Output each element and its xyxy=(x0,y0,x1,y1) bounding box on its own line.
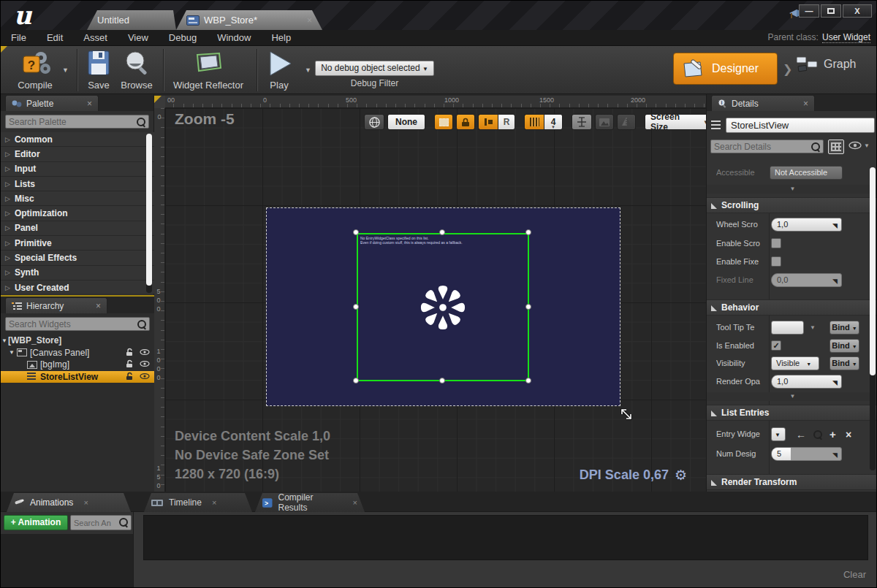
palette-category-editor[interactable]: ▷Editor xyxy=(1,147,154,161)
close-icon[interactable]: × xyxy=(80,99,92,109)
tree-row-bgimg[interactable]: [bgImg] xyxy=(1,359,154,371)
visibility-bind-button[interactable]: Bind ▼ xyxy=(829,356,859,370)
transform-mode-button[interactable] xyxy=(572,114,592,130)
browse-to-icon[interactable] xyxy=(813,429,822,439)
expand-icon[interactable]: ▷ xyxy=(5,150,10,158)
menu-help[interactable]: Help xyxy=(261,32,301,43)
resize-handle-s[interactable] xyxy=(439,378,445,383)
menu-asset[interactable]: Asset xyxy=(73,32,118,43)
close-icon[interactable]: × xyxy=(88,301,101,311)
expand-icon[interactable]: ▷ xyxy=(5,240,10,247)
designer-canvas[interactable]: 00 0 500 1000 1500 2000 0 500 1000 150 Z… xyxy=(154,94,706,492)
expand-icon[interactable]: ▷ xyxy=(5,224,10,232)
unlocked-icon[interactable] xyxy=(125,359,134,368)
expand-icon[interactable]: ▷ xyxy=(5,269,10,276)
animations-tab[interactable]: Animations × xyxy=(7,493,131,512)
compile-button[interactable]: ? Compile xyxy=(10,49,61,91)
compiler-results-tab[interactable]: > Compiler Results × xyxy=(255,493,365,512)
maximize-button[interactable] xyxy=(821,4,841,18)
visibility-eye-icon[interactable] xyxy=(140,348,150,356)
palette-category-synth[interactable]: ▷Synth xyxy=(1,266,154,280)
palette-tab[interactable]: Palette × xyxy=(5,95,99,111)
close-icon[interactable]: × xyxy=(353,498,357,507)
compile-options-caret-icon[interactable]: ▼ xyxy=(62,66,69,74)
tree-row-canvas-panel[interactable]: ▼ [Canvas Panel] xyxy=(1,347,154,359)
play-button[interactable]: Play xyxy=(261,49,297,91)
asset-tab-untitled[interactable]: Untitled xyxy=(87,10,176,30)
hierarchy-tab[interactable]: Hierarchy × xyxy=(5,297,107,313)
details-tab[interactable]: i Details × xyxy=(711,95,815,111)
palette-category-common[interactable]: ▷Common xyxy=(1,132,154,147)
widget-reflector-button[interactable]: Widget Reflector xyxy=(170,49,246,91)
menu-window[interactable]: Window xyxy=(207,32,261,43)
resize-handle-nw[interactable] xyxy=(353,229,359,235)
is-enabled-checkbox[interactable]: ✓ xyxy=(771,340,781,351)
entry-widget-class-dropdown[interactable]: ▼ xyxy=(771,427,786,441)
respect-locks-toggle[interactable]: R xyxy=(498,114,515,130)
is-enabled-bind-button[interactable]: Bind ▼ xyxy=(829,339,859,353)
hierarchy-search-input[interactable] xyxy=(9,318,133,330)
save-button[interactable]: Save xyxy=(83,49,115,91)
chevron-down-icon[interactable]: ▼ xyxy=(864,142,870,149)
resize-handle-n[interactable] xyxy=(439,229,445,235)
animation-search-input[interactable] xyxy=(74,516,116,529)
expand-icon[interactable]: ▷ xyxy=(5,284,10,291)
num-designer-input[interactable]: 5 ◥ xyxy=(771,447,842,461)
localization-preview-button[interactable] xyxy=(364,114,384,130)
expand-icon[interactable]: ▷ xyxy=(5,180,10,188)
expand-icon[interactable]: ▷ xyxy=(5,136,10,143)
snap-widget-toggle[interactable] xyxy=(478,114,498,130)
section-render-transform[interactable]: Render Transform xyxy=(707,474,877,490)
close-icon[interactable]: × xyxy=(212,498,216,507)
expand-icon[interactable]: ▷ xyxy=(5,254,10,261)
category-expander[interactable]: ▼ xyxy=(707,392,877,401)
close-icon[interactable]: × xyxy=(83,498,88,507)
visibility-dropdown[interactable]: Visible ▼ xyxy=(771,356,819,370)
resize-handle-sw[interactable] xyxy=(353,378,359,383)
view-options-eye-icon[interactable] xyxy=(848,141,862,150)
menu-debug[interactable]: Debug xyxy=(159,32,207,43)
section-scrolling[interactable]: Scrolling xyxy=(707,197,877,213)
category-expander[interactable]: ▼ xyxy=(707,185,877,194)
gear-icon[interactable]: ⚙ xyxy=(675,467,687,484)
localization-dropdown[interactable]: None xyxy=(387,114,425,130)
expand-icon[interactable]: ▷ xyxy=(5,195,10,202)
preview-background-button[interactable] xyxy=(595,114,614,130)
designer-mode-button[interactable]: Designer xyxy=(673,53,778,85)
show-outlines-toggle[interactable] xyxy=(434,114,453,130)
palette-category-panel[interactable]: ▷Panel xyxy=(1,221,154,236)
palette-category-lists[interactable]: ▷Lists xyxy=(1,177,154,191)
palette-category-special-effects[interactable]: ▷Special Effects xyxy=(1,251,154,265)
collapse-icon[interactable]: ▼ xyxy=(1,337,8,344)
close-button[interactable]: X xyxy=(843,4,872,18)
collapse-icon[interactable]: ▼ xyxy=(8,349,15,356)
palette-category-optimization[interactable]: ▷Optimization xyxy=(1,206,154,221)
chevron-down-icon[interactable]: ▼ xyxy=(810,324,816,331)
lock-widgets-toggle[interactable] xyxy=(456,114,475,130)
property-matrix-button[interactable] xyxy=(828,140,844,154)
render-opacity-input[interactable]: 1,0◥ xyxy=(771,375,842,389)
browse-button[interactable]: Browse xyxy=(116,49,157,91)
visibility-eye-icon[interactable] xyxy=(140,372,150,381)
palette-category-input[interactable]: ▷Input xyxy=(1,162,154,177)
unlocked-icon[interactable] xyxy=(125,372,134,381)
resize-handle-se[interactable] xyxy=(525,378,531,383)
accessible-dropdown[interactable]: Not Accessible ▼ xyxy=(770,166,843,180)
fixed-line-input[interactable]: 0,0◥ xyxy=(771,273,842,287)
use-selected-icon[interactable]: ← xyxy=(796,429,806,440)
grid-snap-size-dropdown[interactable]: 4 ▼ xyxy=(544,114,563,130)
expand-icon[interactable]: ▷ xyxy=(5,210,10,217)
add-animation-button[interactable]: + Animation xyxy=(4,515,68,530)
debug-object-dropdown[interactable]: No debug object selected ▼ xyxy=(315,61,434,76)
unlocked-icon[interactable] xyxy=(125,348,134,356)
details-search[interactable] xyxy=(710,140,824,153)
timeline-tab[interactable]: Timeline × xyxy=(144,493,252,512)
play-options-caret-icon[interactable]: ▼ xyxy=(305,66,311,74)
screen-size-dropdown[interactable]: Screen Size ▼ xyxy=(645,114,706,130)
menu-file[interactable]: File xyxy=(1,32,37,43)
wheel-scroll-input[interactable]: 1,0◥ xyxy=(771,218,842,232)
compiler-log-output[interactable] xyxy=(143,515,868,560)
parent-class-value[interactable]: User Widget xyxy=(822,32,870,43)
tree-row-root[interactable]: ▼ [WBP_Store] xyxy=(1,335,154,347)
palette-category-primitive[interactable]: ▷Primitive xyxy=(1,236,154,251)
